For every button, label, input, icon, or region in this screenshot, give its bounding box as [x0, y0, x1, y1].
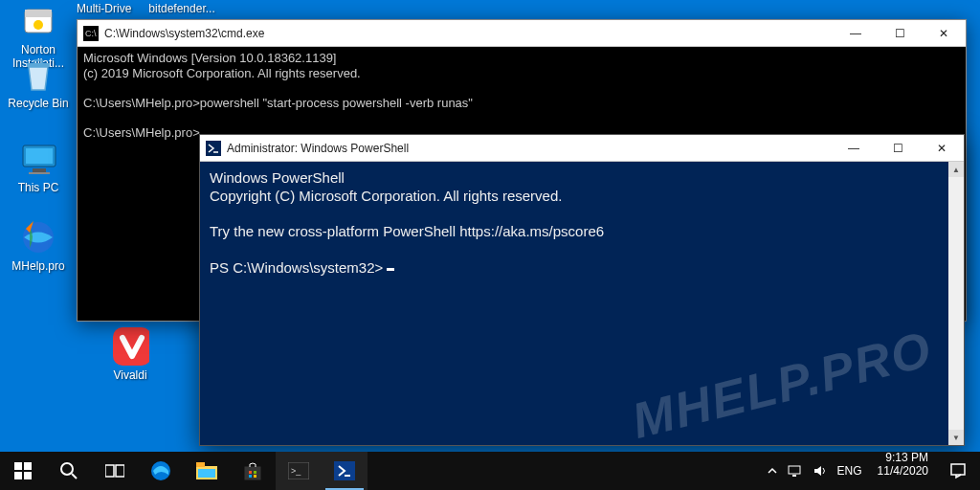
svg-rect-33	[789, 466, 800, 474]
scroll-up-button[interactable]: ▲	[948, 162, 964, 177]
minimize-button[interactable]: —	[832, 135, 876, 162]
tray-network-icon[interactable]	[788, 464, 803, 478]
taskbar-powershell[interactable]	[322, 452, 368, 490]
start-button[interactable]	[0, 452, 46, 490]
powershell-icon	[206, 141, 221, 156]
cmd-output[interactable]: Microsoft Windows [Version 10.0.18362.11…	[78, 47, 966, 145]
background-window-menu: Multi-Drive bitdefender...	[77, 2, 215, 15]
svg-rect-29	[254, 475, 256, 478]
scrollbar[interactable]: ▲ ▼	[948, 162, 964, 445]
watermark: MHELP.PRO	[625, 318, 938, 445]
menu-item[interactable]: bitdefender...	[148, 2, 214, 15]
svg-rect-9	[113, 327, 149, 366]
system-tray: ENG	[759, 452, 870, 490]
svg-rect-23	[196, 462, 205, 467]
desktop-icon-vivaldi[interactable]: Vivaldi	[96, 327, 165, 383]
scroll-track[interactable]	[948, 177, 964, 430]
maximize-button[interactable]: ☐	[876, 135, 920, 162]
svg-rect-6	[33, 168, 46, 172]
taskbar: >_ ENG 9:13 PM 11/4/2020	[0, 452, 980, 490]
svg-line-18	[72, 474, 77, 479]
svg-text:>_: >_	[291, 466, 301, 476]
svg-rect-7	[29, 172, 50, 174]
svg-rect-28	[249, 475, 252, 478]
this-pc-icon	[19, 140, 57, 178]
taskbar-store[interactable]	[230, 452, 276, 490]
svg-rect-25	[245, 467, 260, 479]
svg-rect-16	[24, 472, 32, 479]
svg-rect-27	[254, 471, 256, 474]
tray-chevron-up-icon[interactable]	[767, 465, 778, 477]
svg-rect-24	[198, 469, 215, 478]
menu-item[interactable]: Multi-Drive	[77, 2, 131, 15]
cmd-titlebar[interactable]: C:\ C:\Windows\system32\cmd.exe — ☐ ✕	[78, 20, 966, 47]
desktop-icon-label: Recycle Bin	[4, 98, 73, 111]
close-button[interactable]: ✕	[922, 20, 966, 47]
vivaldi-icon	[111, 327, 149, 366]
clock-date: 11/4/2020	[878, 465, 928, 479]
svg-rect-26	[249, 471, 252, 474]
svg-rect-15	[14, 472, 22, 479]
search-button[interactable]	[46, 452, 92, 490]
desktop-icon-label: Vivaldi	[96, 369, 165, 383]
cmd-title: C:\Windows\system32\cmd.exe	[104, 27, 834, 40]
ps-output[interactable]: Windows PowerShell Copyright (C) Microso…	[200, 162, 964, 445]
svg-point-2	[33, 20, 43, 30]
close-button[interactable]: ✕	[920, 135, 964, 162]
svg-rect-1	[25, 10, 52, 17]
maximize-button[interactable]: ☐	[878, 20, 922, 47]
cmd-icon: C:\	[83, 26, 99, 41]
taskbar-edge[interactable]	[138, 452, 184, 490]
svg-rect-20	[116, 465, 124, 477]
ps-titlebar[interactable]: Administrator: Windows PowerShell — ☐ ✕	[200, 135, 964, 162]
scroll-down-button[interactable]: ▼	[948, 430, 964, 445]
svg-text:C:\: C:\	[85, 29, 97, 38]
minimize-button[interactable]: —	[834, 20, 878, 47]
svg-point-17	[61, 463, 73, 475]
svg-rect-19	[105, 465, 114, 477]
svg-rect-5	[26, 148, 53, 164]
cursor	[387, 268, 394, 271]
taskbar-file-explorer[interactable]	[184, 452, 230, 490]
desktop-icon-label: This PC	[4, 182, 73, 195]
notification-center-button[interactable]	[936, 452, 980, 490]
svg-rect-35	[951, 464, 965, 475]
installer-icon	[19, 2, 57, 40]
desktop-icon-mhelp[interactable]: MHelp.pro	[4, 218, 73, 274]
svg-rect-34	[792, 475, 796, 477]
recycle-bin-icon	[19, 56, 57, 94]
svg-rect-3	[27, 63, 50, 67]
desktop-icon-recycle-bin[interactable]: Recycle Bin	[4, 56, 73, 111]
ps-title: Administrator: Windows PowerShell	[227, 142, 832, 155]
tray-volume-icon[interactable]	[813, 464, 828, 478]
task-view-button[interactable]	[92, 452, 138, 490]
powershell-window[interactable]: Administrator: Windows PowerShell — ☐ ✕ …	[199, 134, 965, 446]
svg-rect-13	[14, 462, 22, 470]
taskbar-cmd[interactable]: >_	[276, 452, 322, 490]
tray-language[interactable]: ENG	[837, 464, 862, 478]
desktop-icon-this-pc[interactable]: This PC	[4, 140, 73, 195]
svg-rect-14	[24, 462, 32, 470]
taskbar-spacer	[368, 452, 759, 490]
desktop-icon-label: MHelp.pro	[4, 260, 73, 274]
globe-icon	[19, 218, 57, 256]
clock-time: 9:13 PM	[878, 452, 928, 465]
taskbar-clock[interactable]: 9:13 PM 11/4/2020	[870, 452, 936, 490]
